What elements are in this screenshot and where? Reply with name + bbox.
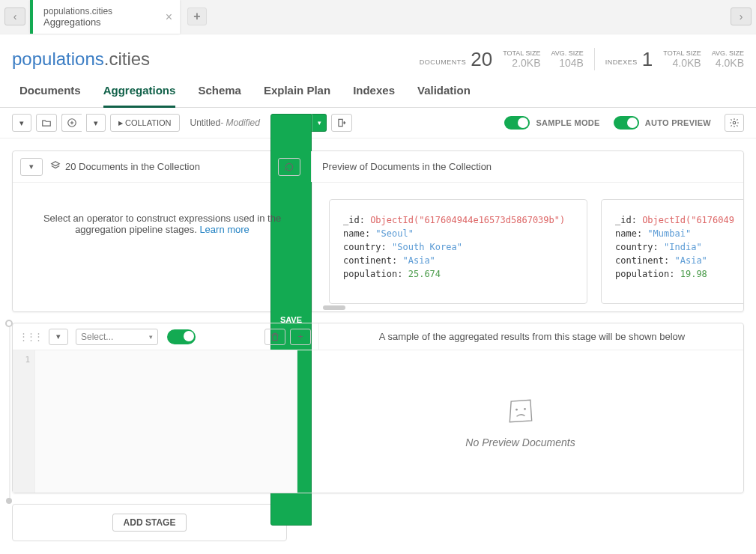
tab-subtitle: Aggregations	[43, 16, 150, 28]
tab-documents[interactable]: Documents	[19, 79, 81, 107]
stat-value: 4.0KB	[673, 57, 701, 69]
tab-indexes[interactable]: Indexes	[353, 79, 395, 107]
new-pipeline-caret[interactable]: ▾	[86, 114, 106, 132]
field-key: name	[615, 228, 637, 239]
source-info: 20 Documents in the Collection	[50, 160, 200, 173]
add-after-stage-button[interactable]: +	[290, 329, 311, 345]
stat-documents: DOCUMENTS 20	[420, 49, 492, 69]
doc-preview-row: _id: ObjectId("617604944e16573d5867039b"…	[312, 183, 743, 311]
field-val: "6176049	[691, 215, 734, 225]
source-body: Select an operator to construct expressi…	[13, 183, 743, 311]
field-close: )	[560, 215, 565, 225]
stage-wrapper: ⋮⋮⋮ ▾ Select... ▾ + A sample of the aggr…	[12, 323, 744, 493]
stat-label: INDEXES	[605, 58, 638, 69]
field-key: _id	[615, 215, 632, 225]
stage-collapse-button[interactable]: ▾	[49, 329, 68, 345]
close-icon[interactable]: ×	[166, 10, 172, 24]
field-val: "Asia"	[402, 255, 435, 266]
auto-preview-label: AUTO PREVIEW	[645, 118, 711, 127]
tab-schema[interactable]: Schema	[198, 79, 241, 107]
source-header: ▾ 20 Documents in the Collection Preview…	[13, 151, 743, 183]
add-stage-button[interactable]: ADD STAGE	[112, 514, 187, 532]
separator	[594, 48, 595, 70]
scrollbar-thumb[interactable]	[323, 305, 345, 310]
delete-stage-button[interactable]	[264, 329, 285, 345]
doc-card: _id: ObjectId("6176049 name: "Mumbai" co…	[601, 199, 743, 304]
coll-name: .cities	[104, 49, 150, 69]
stat-label: AVG. SIZE	[551, 49, 583, 57]
field-val: "Mumbai"	[647, 228, 691, 239]
stat-value: 1	[642, 49, 653, 69]
field-key: country	[615, 242, 653, 252]
nav-back-button[interactable]: ‹	[4, 7, 25, 25]
layers-icon	[50, 160, 61, 173]
pipeline-menu-button[interactable]: ▾	[12, 114, 31, 132]
field-key: continent	[343, 255, 392, 266]
no-preview-text: No Preview Documents	[465, 436, 575, 448]
stat-value: 2.0KB	[512, 57, 540, 69]
caret-right-icon: ▶	[118, 120, 123, 127]
new-tab-button[interactable]: +	[187, 7, 207, 25]
modified-indicator: - Modified	[220, 118, 260, 128]
sample-mode-label: SAMPLE MODE	[536, 118, 599, 127]
field-key: name	[343, 228, 365, 239]
separator	[318, 323, 319, 350]
svg-point-3	[524, 408, 526, 410]
stage-line	[9, 327, 10, 501]
open-folder-button[interactable]	[36, 114, 57, 132]
editor-content[interactable]	[35, 350, 297, 493]
export-icon	[336, 118, 347, 128]
save-caret[interactable]: ▾	[312, 114, 327, 132]
doc-count-text: 20 Documents in the Collection	[65, 161, 200, 172]
export-button[interactable]	[331, 114, 352, 132]
settings-button[interactable]	[725, 114, 744, 132]
field-key: country	[343, 242, 381, 252]
collation-label: COLLATION	[125, 118, 172, 127]
nav-forward-button[interactable]: ›	[731, 7, 752, 25]
save-button-group: SAVE ▾	[270, 114, 327, 132]
refresh-icon	[284, 162, 294, 172]
tab-aggregations[interactable]: Aggregations	[103, 79, 176, 107]
refresh-button[interactable]	[278, 158, 300, 176]
add-stage-panel: ADD STAGE	[12, 504, 287, 541]
stat-value: 104B	[559, 57, 584, 69]
auto-preview-toggle[interactable]	[614, 116, 639, 130]
gear-icon	[729, 118, 740, 128]
stats-group: DOCUMENTS 20 TOTAL SIZE 2.0KB AVG. SIZE …	[420, 48, 744, 70]
plus-circle-icon	[67, 118, 77, 128]
stat-total-size-idx: TOTAL SIZE 4.0KB	[663, 49, 701, 69]
tab-strip: ‹ populations.cities Aggregations × + ›	[0, 0, 756, 34]
field-key: _id	[343, 215, 360, 225]
svg-point-2	[515, 409, 518, 411]
editor-gutter: 1	[13, 350, 35, 493]
field-key: continent	[615, 255, 664, 266]
auto-preview-toggle-group: AUTO PREVIEW	[614, 116, 711, 130]
sample-mode-toggle[interactable]	[504, 116, 530, 130]
stage-body: 1 No Preview Documents	[13, 350, 743, 493]
stat-indexes: INDEXES 1	[605, 49, 653, 69]
select-placeholder: Select...	[81, 332, 113, 342]
toolbar: ▾ ▾ ▶ COLLATION Untitled- Modified SAVE …	[0, 108, 756, 138]
tab-title: populations.cities	[43, 6, 150, 16]
learn-more-link[interactable]: Learn more	[199, 224, 249, 235]
stage-preview: No Preview Documents	[297, 350, 743, 493]
stage-enabled-toggle[interactable]	[167, 329, 196, 344]
stat-label: DOCUMENTS	[420, 58, 467, 69]
main-area: ▾ 20 Documents in the Collection Preview…	[0, 138, 756, 550]
collation-button[interactable]: ▶ COLLATION	[110, 114, 180, 132]
new-pipeline-button[interactable]	[61, 114, 82, 132]
collapse-button[interactable]: ▾	[20, 158, 43, 176]
doc-card: _id: ObjectId("617604944e16573d5867039b"…	[329, 199, 587, 304]
field-key: population	[343, 269, 397, 279]
tab-validation[interactable]: Validation	[417, 79, 471, 107]
stat-avg-size-idx: AVG. SIZE 4.0KB	[712, 49, 744, 69]
field-val: "Seoul"	[375, 228, 414, 239]
operator-select[interactable]: Select... ▾	[76, 329, 158, 345]
stage-sample-text: A sample of the aggregated results from …	[327, 331, 737, 342]
drag-icon[interactable]: ⋮⋮⋮	[19, 331, 41, 342]
tab-explain-plan[interactable]: Explain Plan	[264, 79, 330, 107]
preview-label: Preview of Documents in the Collection	[312, 161, 492, 172]
tab-current[interactable]: populations.cities Aggregations ×	[30, 0, 180, 34]
stage-editor[interactable]: 1	[13, 350, 297, 493]
field-val: 19.98	[680, 269, 707, 279]
